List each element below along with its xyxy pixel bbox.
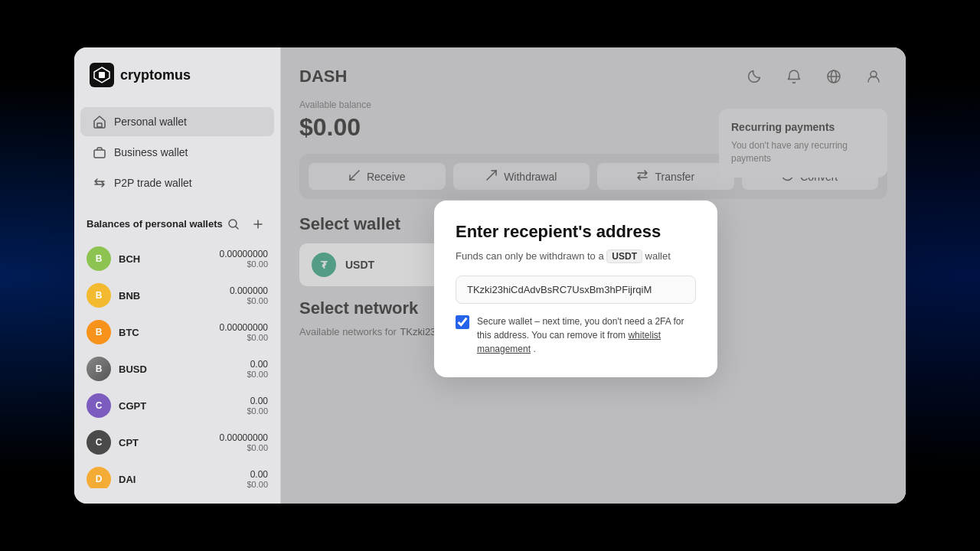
- coin-icon-cgpt: C: [87, 393, 111, 418]
- coin-usd-bnb: $0.00: [230, 296, 268, 305]
- add-wallet-button[interactable]: [248, 214, 268, 234]
- sidebar-item-personal[interactable]: Personal wallet: [80, 107, 274, 136]
- coin-name-cgpt: CGPT: [119, 400, 146, 412]
- coin-usd-cpt: $0.00: [220, 443, 268, 452]
- main-content: DASH: [281, 47, 906, 504]
- checkbox-row: Secure wallet – next time, you don't nee…: [456, 315, 696, 356]
- coin-item-cpt[interactable]: C CPT 0.00000000 $0.00: [74, 424, 280, 461]
- nav-item-label-p2p: P2P trade wallet: [114, 177, 192, 189]
- coin-usd-btc: $0.00: [220, 333, 268, 342]
- secure-wallet-checkbox[interactable]: [456, 315, 469, 329]
- coin-icon-btc: B: [87, 320, 111, 344]
- coin-usd-cgpt: $0.00: [247, 406, 268, 416]
- coin-balances-busd: 0.00 $0.00: [247, 359, 268, 379]
- modal-token-badge: USDT: [606, 249, 642, 263]
- coin-icon-bch: B: [87, 246, 111, 271]
- coin-name-btc: BTC: [119, 327, 139, 338]
- nav-item-label-business: Business wallet: [114, 146, 188, 158]
- coin-balances-dai: 0.00 $0.00: [247, 469, 268, 488]
- modal-subtitle: Funds can only be withdrawn to a USDT wa…: [456, 249, 696, 263]
- sidebar: cryptomus Personal wallet Business walle…: [74, 47, 281, 504]
- coin-item-btc[interactable]: B BTC 0.00000000 $0.00: [74, 314, 280, 350]
- coin-list: B BCH 0.00000000 $0.00 B BNB 0.000000 $0…: [74, 240, 280, 488]
- svg-rect-3: [94, 150, 105, 158]
- coin-item-cgpt[interactable]: C CGPT 0.00 $0.00: [74, 387, 280, 424]
- coin-item-dai[interactable]: D DAI 0.00 $0.00: [74, 461, 280, 488]
- logo-area: cryptomus: [74, 63, 280, 106]
- modal-title: Enter recepient's address: [456, 222, 696, 242]
- coin-name-bnb: BNB: [119, 290, 140, 302]
- coin-amount-cpt: 0.00000000: [220, 432, 268, 443]
- coin-balances-cpt: 0.00000000 $0.00: [220, 432, 268, 452]
- coin-name-bch: BCH: [119, 253, 140, 265]
- checkbox-text-suffix: .: [533, 344, 535, 354]
- coin-balances-cgpt: 0.00 $0.00: [247, 396, 268, 416]
- coin-amount-dai: 0.00: [247, 469, 268, 480]
- coin-icon-bnb: B: [87, 283, 111, 308]
- app-container: cryptomus Personal wallet Business walle…: [74, 47, 906, 504]
- coin-icon-dai: D: [87, 467, 111, 488]
- coin-icon-busd: B: [87, 357, 111, 381]
- coin-name-cpt: CPT: [119, 437, 139, 448]
- svg-rect-2: [97, 123, 102, 127]
- coin-usd-bch: $0.00: [220, 259, 268, 269]
- coin-amount-bnb: 0.000000: [230, 285, 268, 296]
- svg-rect-1: [99, 72, 105, 78]
- coin-amount-btc: 0.00000000: [220, 322, 268, 333]
- coin-item-bch[interactable]: B BCH 0.00000000 $0.00: [74, 240, 280, 277]
- modal-overlay: Enter recepient's address Funds can only…: [281, 47, 906, 504]
- modal-subtitle-suffix: wallet: [645, 250, 671, 262]
- coin-balances-bch: 0.00000000 $0.00: [220, 249, 268, 269]
- coin-balances-btc: 0.00000000 $0.00: [220, 322, 268, 342]
- nav-items: Personal wallet Business wallet P2P trad…: [74, 106, 280, 199]
- checkbox-label: Secure wallet – next time, you don't nee…: [477, 315, 696, 356]
- coin-icon-cpt: C: [87, 430, 111, 455]
- sidebar-item-business[interactable]: Business wallet: [80, 138, 274, 167]
- coin-amount-busd: 0.00: [247, 359, 268, 370]
- address-input[interactable]: [456, 276, 696, 304]
- logo-icon: [90, 63, 114, 87]
- coin-item-busd[interactable]: B BUSD 0.00 $0.00: [74, 350, 280, 387]
- home-icon: [93, 115, 106, 129]
- logo-text: cryptomus: [120, 67, 191, 83]
- sidebar-item-p2p[interactable]: P2P trade wallet: [80, 168, 274, 197]
- balances-header: Balances of personal wallets: [74, 202, 280, 240]
- balances-title: Balances of personal wallets: [87, 218, 223, 231]
- coin-usd-busd: $0.00: [247, 370, 268, 379]
- arrows-icon: [93, 176, 106, 190]
- coin-amount-bch: 0.00000000: [220, 249, 268, 259]
- coin-balances-bnb: 0.000000 $0.00: [230, 285, 268, 305]
- briefcase-icon: [93, 145, 106, 159]
- modal: Enter recepient's address Funds can only…: [434, 201, 717, 377]
- modal-subtitle-prefix: Funds can only be withdrawn to a: [456, 250, 604, 262]
- coin-item-bnb[interactable]: B BNB 0.000000 $0.00: [74, 277, 280, 314]
- coin-usd-dai: $0.00: [247, 480, 268, 488]
- search-button[interactable]: [224, 214, 243, 234]
- coin-name-busd: BUSD: [119, 364, 147, 375]
- balances-actions: [224, 214, 268, 234]
- svg-line-5: [236, 227, 238, 229]
- coin-name-dai: DAI: [119, 474, 136, 485]
- nav-item-label-personal: Personal wallet: [114, 116, 187, 128]
- coin-amount-cgpt: 0.00: [247, 396, 268, 406]
